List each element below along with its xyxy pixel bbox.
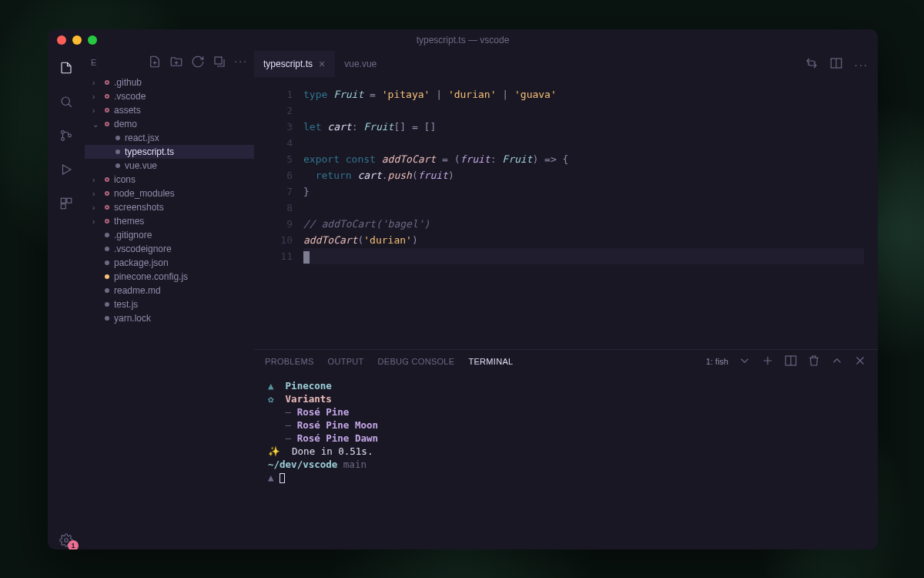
tree-item[interactable]: ›node_modules xyxy=(85,187,254,200)
tree-item[interactable]: ›.vscode xyxy=(85,89,254,103)
file-tree: ›.github›.vscode›assets⌄demoreact.jsxtyp… xyxy=(85,74,254,327)
tree-item[interactable]: ›screenshots xyxy=(85,200,254,214)
new-folder-icon[interactable] xyxy=(169,55,183,71)
editor-group: typescript.ts×vue.vue ··· 1234567891011 … xyxy=(254,51,878,549)
settings-icon[interactable] xyxy=(57,531,75,549)
search-icon[interactable] xyxy=(57,92,75,111)
editor-tabs: typescript.ts×vue.vue ··· xyxy=(254,51,878,77)
tree-item[interactable]: react.jsx xyxy=(85,131,254,145)
panel-tab[interactable]: DEBUG CONSOLE xyxy=(378,357,455,366)
window-title: typescript.ts — vscode xyxy=(48,35,878,45)
maximize-panel-icon[interactable] xyxy=(830,354,844,370)
svg-point-3 xyxy=(69,134,72,137)
bottom-panel: PROBLEMSOUTPUTDEBUG CONSOLETERMINAL 1: f… xyxy=(254,349,878,549)
tree-item[interactable]: test.js xyxy=(85,297,254,311)
vscode-window: typescript.ts — vscode xyxy=(48,29,878,549)
svg-rect-6 xyxy=(61,204,65,209)
panel-tabs: PROBLEMSOUTPUTDEBUG CONSOLETERMINAL 1: f… xyxy=(254,350,878,373)
tree-item[interactable]: .gitignore xyxy=(85,228,254,242)
terminal-selector[interactable]: 1: fish xyxy=(706,357,728,366)
tree-item[interactable]: ⌄demo xyxy=(85,117,254,131)
titlebar: typescript.ts — vscode xyxy=(48,29,878,51)
terminal-dropdown-icon[interactable] xyxy=(738,354,752,370)
collapse-all-icon[interactable] xyxy=(213,55,226,71)
svg-point-1 xyxy=(62,131,65,134)
close-tab-icon[interactable]: × xyxy=(319,58,325,70)
tree-item[interactable]: typescript.ts xyxy=(85,145,254,159)
panel-tab[interactable]: PROBLEMS xyxy=(265,357,314,366)
line-gutter: 1234567891011 xyxy=(254,86,303,340)
tree-item[interactable]: ›.github xyxy=(85,76,254,89)
refresh-icon[interactable] xyxy=(191,55,205,71)
compare-changes-icon[interactable] xyxy=(805,56,819,72)
activity-bar xyxy=(48,51,85,549)
panel-tab[interactable]: OUTPUT xyxy=(328,357,364,366)
more-actions-icon[interactable]: ··· xyxy=(854,58,869,71)
tree-item[interactable]: yarn.lock xyxy=(85,311,254,325)
svg-point-2 xyxy=(62,138,65,141)
split-terminal-icon[interactable] xyxy=(784,354,798,370)
split-editor-icon[interactable] xyxy=(829,56,843,72)
source-control-icon[interactable] xyxy=(57,126,75,145)
tree-item[interactable]: readme.md xyxy=(85,284,254,297)
tree-item[interactable]: pinecone.config.js xyxy=(85,270,254,284)
code-editor[interactable]: 1234567891011 type Fruit = 'pitaya' | 'd… xyxy=(254,77,878,349)
new-terminal-icon[interactable] xyxy=(761,354,775,370)
new-file-icon[interactable] xyxy=(148,55,162,71)
tree-item[interactable]: ›themes xyxy=(85,214,254,228)
extensions-icon[interactable] xyxy=(57,194,75,213)
explorer-label: E xyxy=(91,58,97,67)
explorer-header: E ··· xyxy=(85,51,254,74)
svg-point-0 xyxy=(62,97,70,106)
tree-item[interactable]: vue.vue xyxy=(85,159,254,173)
close-panel-icon[interactable] xyxy=(853,354,867,370)
panel-tab[interactable]: TERMINAL xyxy=(468,357,513,366)
code-area[interactable]: type Fruit = 'pitaya' | 'durian' | 'guav… xyxy=(303,86,878,340)
more-icon[interactable]: ··· xyxy=(234,55,248,71)
svg-point-7 xyxy=(65,539,69,543)
tree-item[interactable]: .vscodeignore xyxy=(85,242,254,256)
svg-rect-8 xyxy=(215,57,222,64)
run-debug-icon[interactable] xyxy=(57,160,75,179)
editor-tab[interactable]: typescript.ts× xyxy=(254,51,335,77)
tree-item[interactable]: ›assets xyxy=(85,103,254,117)
editor-tab[interactable]: vue.vue xyxy=(335,51,387,77)
explorer-icon[interactable] xyxy=(57,59,75,77)
tree-item[interactable]: package.json xyxy=(85,256,254,270)
svg-rect-4 xyxy=(61,198,65,203)
kill-terminal-icon[interactable] xyxy=(807,354,821,370)
explorer-sidebar: E ··· ›.github›.vsc xyxy=(85,51,254,549)
terminal-output[interactable]: ▲ Pinecone✿ Variants – Rosé Pine – Rosé … xyxy=(254,373,878,549)
tree-item[interactable]: ›icons xyxy=(85,173,254,187)
svg-rect-5 xyxy=(67,198,72,203)
